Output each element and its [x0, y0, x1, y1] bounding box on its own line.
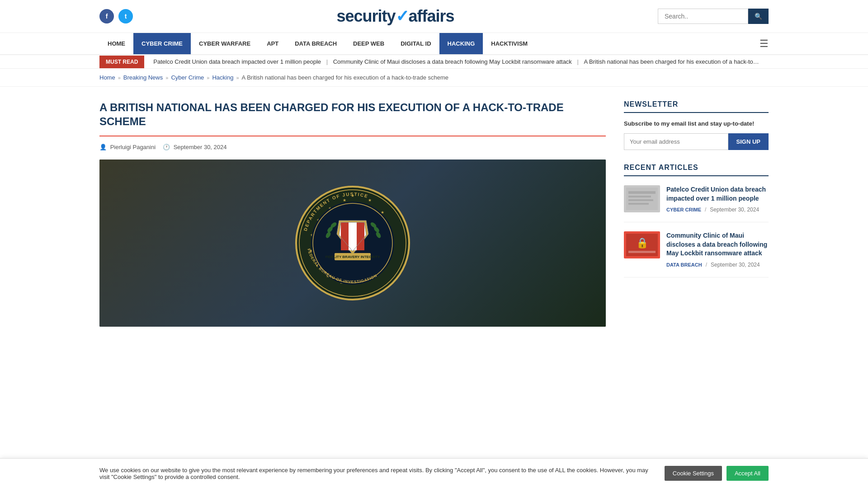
- email-input[interactable]: [624, 133, 728, 150]
- nav-data-breach[interactable]: DATA BREACH: [287, 33, 345, 54]
- recent-article-title-1[interactable]: Patelco Credit Union data breach impacte…: [666, 185, 769, 203]
- search-input[interactable]: [658, 9, 748, 24]
- article-card-content-2: Community Clinic of Maui discloses a dat…: [666, 231, 769, 268]
- article-date-2: September 30, 2024: [711, 262, 760, 268]
- thumb-image-2: 🔒: [626, 234, 658, 256]
- nav-home[interactable]: HOME: [99, 33, 133, 54]
- newsletter-divider: [624, 112, 769, 113]
- recent-articles-title: RECENT ARTICLES: [624, 164, 769, 172]
- svg-text:★: ★: [368, 198, 372, 202]
- article-tag-2[interactable]: DATA BREACH: [666, 262, 702, 267]
- ticker-item-3[interactable]: A British national has been charged for …: [584, 58, 769, 65]
- breadcrumb-home[interactable]: Home: [99, 74, 115, 81]
- nav-digital-id[interactable]: DIGITAL ID: [392, 33, 439, 54]
- svg-rect-22: [357, 222, 364, 250]
- nav-hacktivism[interactable]: HACKTIVISM: [483, 33, 536, 54]
- recent-divider: [624, 175, 769, 176]
- article-card-meta-2: DATA BREACH / September 30, 2024: [666, 262, 769, 268]
- breadcrumb-sep-1: »: [118, 75, 121, 80]
- newsletter-title: NEWSLETTER: [624, 100, 769, 108]
- search-button[interactable]: 🔍: [748, 9, 769, 24]
- article-date: September 30, 2024: [174, 144, 227, 150]
- article-card-content-1: Patelco Credit Union data breach impacte…: [666, 185, 769, 213]
- author-icon: 👤: [99, 144, 107, 150]
- article-divider: [99, 136, 606, 136]
- breadcrumb-hacking[interactable]: Hacking: [212, 74, 233, 81]
- signup-button[interactable]: SIGN UP: [728, 133, 769, 150]
- article-image: ★ ★ ★ ★ ★ ★ ★ ★ ★ ★ ★ ★ ★ ★ ★ ★: [99, 160, 606, 327]
- article-card-meta-1: CYBER CRIME / September 30, 2024: [666, 206, 769, 213]
- breadcrumb-breaking-news[interactable]: Breaking News: [123, 74, 163, 81]
- article-author[interactable]: Pierluigi Paganini: [110, 144, 156, 150]
- nav-hacking[interactable]: HACKING: [439, 33, 483, 54]
- breadcrumb-sep-3: »: [207, 75, 209, 80]
- thumb-image-1: [626, 188, 658, 210]
- recent-article-1: Patelco Credit Union data breach impacte…: [624, 185, 769, 222]
- social-links: f t: [99, 9, 133, 23]
- ticker-item-2[interactable]: Community Clinic of Maui discloses a dat…: [333, 58, 572, 65]
- main-nav: HOME CYBER CRIME CYBER WARFARE APT DATA …: [0, 33, 868, 55]
- must-read-label: MUST READ: [99, 56, 144, 68]
- sidebar: NEWSLETTER Subscribe to my email list an…: [624, 100, 769, 327]
- svg-rect-34: [628, 191, 656, 194]
- recent-articles-section: RECENT ARTICLES Patelco Credit Union dat…: [624, 164, 769, 277]
- svg-text:🔒: 🔒: [636, 237, 649, 249]
- breadcrumb-sep-4: »: [236, 75, 239, 80]
- article-title: A BRITISH NATIONAL HAS BEEN CHARGED FOR …: [99, 100, 606, 128]
- nav-cyber-crime[interactable]: CYBER CRIME: [133, 33, 191, 54]
- site-logo[interactable]: security✓affairs: [336, 7, 454, 26]
- twitter-icon[interactable]: t: [118, 9, 133, 23]
- clock-icon: 🕐: [163, 144, 170, 150]
- breadcrumb-sep-2: »: [165, 75, 168, 80]
- search-area: 🔍: [658, 9, 769, 24]
- site-header: f t security✓affairs 🔍: [0, 0, 868, 33]
- ticker-item-1[interactable]: Patelco Credit Union data breach impacte…: [153, 58, 321, 65]
- article-meta: 👤 Pierluigi Paganini 🕐 September 30, 202…: [99, 144, 606, 150]
- svg-rect-37: [628, 203, 649, 205]
- recent-article-title-2[interactable]: Community Clinic of Maui discloses a dat…: [666, 231, 769, 258]
- svg-rect-35: [628, 196, 651, 197]
- meta-slash-1: /: [705, 206, 706, 213]
- svg-text:★: ★: [343, 198, 346, 202]
- author-label: 👤 Pierluigi Paganini: [99, 144, 156, 150]
- fbi-seal-image: ★ ★ ★ ★ ★ ★ ★ ★ ★ ★ ★ ★ ★ ★ ★ ★: [294, 184, 411, 302]
- meta-slash-2: /: [706, 262, 707, 268]
- newsletter-form: SIGN UP: [624, 133, 769, 150]
- svg-rect-40: [628, 251, 656, 253]
- nav-apt[interactable]: APT: [259, 33, 287, 54]
- news-ticker: MUST READ Patelco Credit Union data brea…: [0, 55, 868, 69]
- date-label: 🕐 September 30, 2024: [163, 144, 226, 150]
- svg-rect-20: [341, 222, 349, 250]
- svg-rect-21: [349, 222, 357, 250]
- ticker-text: Patelco Credit Union data breach impacte…: [144, 55, 769, 68]
- newsletter-description: Subscribe to my email list and stay up-t…: [624, 120, 769, 127]
- recent-article-2: 🔒 Community Clinic of Maui discloses a d…: [624, 231, 769, 277]
- main-layout: A BRITISH NATIONAL HAS BEEN CHARGED FOR …: [0, 87, 868, 340]
- newsletter-section: NEWSLETTER Subscribe to my email list an…: [624, 100, 769, 150]
- article-thumb-2: 🔒: [624, 231, 660, 258]
- nav-burger-icon[interactable]: ☰: [760, 38, 769, 50]
- article-date-1: September 30, 2024: [710, 206, 759, 213]
- article-thumb-1: [624, 185, 660, 212]
- svg-rect-33: [626, 188, 658, 210]
- breadcrumb-cyber-crime[interactable]: Cyber Crime: [171, 74, 204, 81]
- nav-cyber-warfare[interactable]: CYBER WARFARE: [191, 33, 259, 54]
- article-area: A BRITISH NATIONAL HAS BEEN CHARGED FOR …: [99, 100, 606, 327]
- svg-rect-36: [628, 199, 653, 201]
- nav-deep-web[interactable]: DEEP WEB: [345, 33, 392, 54]
- breadcrumb-current: A British national has been charged for …: [242, 74, 448, 81]
- article-tag-1[interactable]: CYBER CRIME: [666, 207, 701, 212]
- breadcrumb: Home » Breaking News » Cyber Crime » Hac…: [0, 69, 868, 87]
- svg-text:FIDELITY BRAVERY INTEGRITY: FIDELITY BRAVERY INTEGRITY: [326, 255, 380, 259]
- facebook-icon[interactable]: f: [99, 9, 114, 23]
